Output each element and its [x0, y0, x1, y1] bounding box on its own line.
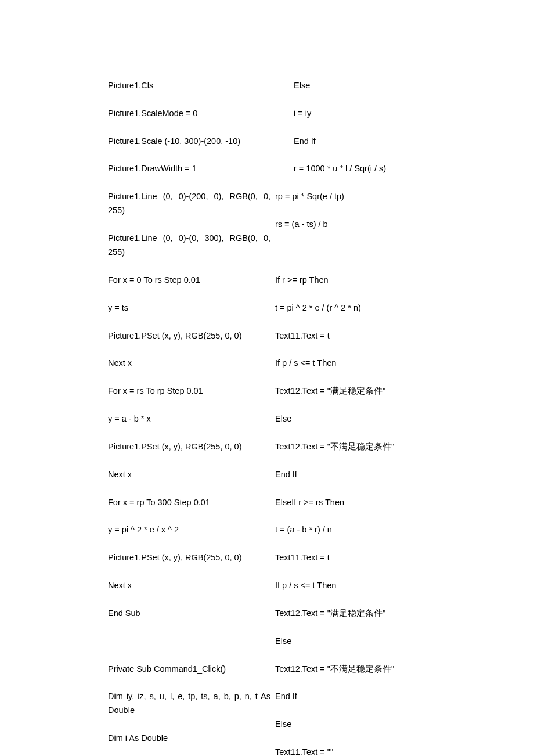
- code-line: t = pi ^ 2 * e / (r ^ 2 * n): [275, 301, 449, 315]
- code-line: Else: [275, 718, 449, 732]
- code-line: Picture1.PSet (x, y), RGB(255, 0, 0): [108, 329, 270, 343]
- code-line: Picture1.Line (0, 0)-(0, 300), RGB(0, 0,…: [108, 232, 270, 260]
- code-line: Dim i As Double: [108, 732, 270, 746]
- code-line: t = (a - b * r) / n: [275, 523, 449, 537]
- code-line: Text11.Text = "": [275, 746, 449, 756]
- code-line: End Sub: [108, 607, 270, 621]
- code-line: r = 1000 * u * l / Sqr(i / s): [275, 162, 449, 176]
- code-line: For x = rs To rp Step 0.01: [108, 384, 270, 398]
- code-line: y = a - b * x: [108, 412, 270, 426]
- code-line: If p / s <= t Then: [275, 579, 449, 593]
- right-column: Else i = iy End If r = 1000 * u * l / Sq…: [275, 65, 449, 756]
- code-line: Else: [275, 635, 449, 649]
- code-line: If r >= rp Then: [275, 273, 449, 287]
- code-line: Text12.Text = "不满足稳定条件": [275, 440, 449, 454]
- code-line: Picture1.Scale (-10, 300)-(200, -10): [108, 135, 270, 149]
- blank-line: [275, 246, 449, 260]
- code-line: Next x: [108, 468, 270, 482]
- code-line: If p / s <= t Then: [275, 357, 449, 370]
- code-line: i = iy: [275, 107, 449, 121]
- code-line: End If: [275, 468, 449, 482]
- code-line: End If: [275, 135, 449, 149]
- code-line: y = pi ^ 2 * e / x ^ 2: [108, 523, 270, 537]
- code-line: Text12.Text = "不满足稳定条件": [275, 663, 449, 676]
- code-line: Else: [275, 412, 449, 426]
- blank-line: [108, 635, 270, 649]
- two-column-layout: Picture1.Cls Picture1.ScaleMode = 0 Pict…: [0, 65, 534, 756]
- code-line: Else: [275, 79, 449, 93]
- code-line: ElseIf r >= rs Then: [275, 496, 449, 510]
- code-line: Text12.Text = "满足稳定条件": [275, 384, 449, 398]
- code-line: Private Sub Command1_Click(): [108, 663, 270, 676]
- code-line: Picture1.PSet (x, y), RGB(255, 0, 0): [108, 551, 270, 565]
- left-column: Picture1.Cls Picture1.ScaleMode = 0 Pict…: [108, 65, 270, 756]
- document-page: Picture1.Cls Picture1.ScaleMode = 0 Pict…: [0, 0, 534, 756]
- code-line: Picture1.DrawWidth = 1: [108, 162, 270, 176]
- code-line: y = ts: [108, 301, 270, 315]
- code-line: rs = (a - ts) / b: [275, 218, 449, 232]
- code-line: Text11.Text = t: [275, 551, 449, 565]
- code-line: Next x: [108, 579, 270, 593]
- code-line: Text11.Text = t: [275, 329, 449, 343]
- code-line: Dim iy, iz, s, u, l, e, tp, ts, a, b, p,…: [108, 690, 270, 718]
- code-line: Picture1.Line (0, 0)-(200, 0), RGB(0, 0,…: [108, 190, 270, 218]
- code-line: Next x: [108, 357, 270, 370]
- code-line: End If: [275, 690, 449, 704]
- code-line: rp = pi * Sqr(e / tp): [275, 190, 449, 204]
- code-line: Picture1.PSet (x, y), RGB(255, 0, 0): [108, 440, 270, 454]
- code-line: For x = 0 To rs Step 0.01: [108, 273, 270, 287]
- code-line: Text12.Text = "满足稳定条件": [275, 607, 449, 621]
- code-line: Picture1.Cls: [108, 79, 270, 93]
- code-line: For x = rp To 300 Step 0.01: [108, 496, 270, 510]
- code-line: Picture1.ScaleMode = 0: [108, 107, 270, 121]
